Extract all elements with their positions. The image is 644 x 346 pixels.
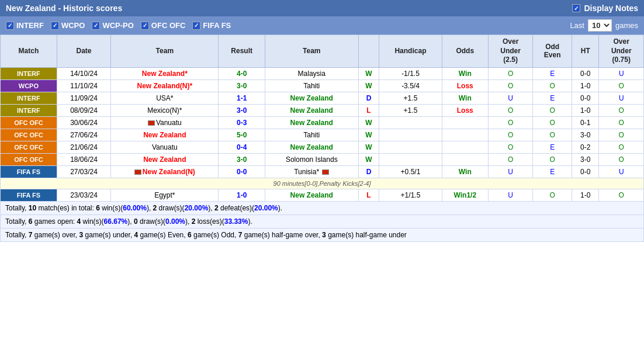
ht-cell: 1-0 — [572, 104, 599, 116]
handicap-cell: +1.5 — [379, 92, 442, 104]
team2-cell: Solomon Islands — [265, 153, 358, 165]
filter-wcpo[interactable]: ✓ WCPO — [51, 21, 85, 30]
oddeven-cell: E — [533, 67, 572, 79]
wcppo-checkbox[interactable]: ✓ — [92, 22, 100, 30]
match-type-cell: OFC OFC — [1, 116, 57, 129]
overunder075-cell: U — [599, 67, 644, 79]
wdl-cell: W — [358, 129, 379, 141]
result-cell: 3-0 — [219, 79, 265, 92]
table-row: INTERF08/09/24Mexico(N)*3-0New ZealandL+… — [1, 104, 644, 116]
overunder075-cell: O — [599, 116, 644, 129]
col-team1: Team — [111, 35, 219, 68]
summary-text-3: Totally, 7 game(s) over, 3 game(s) under… — [1, 228, 644, 241]
oddeven-cell: E — [533, 165, 572, 178]
ht-cell: 1-0 — [572, 189, 599, 201]
odds-cell: Win1/2 — [442, 189, 488, 201]
ht-cell: 1-0 — [572, 79, 599, 92]
match-type-cell: FIFA FS — [1, 189, 57, 201]
overunder25-cell: O — [488, 141, 532, 153]
interf-checkbox[interactable]: ✓ — [6, 22, 14, 30]
header: New Zealand - Historic scores ✓ Display … — [0, 0, 644, 16]
team1-cell: USA* — [111, 92, 219, 104]
wcpo-label: WCPO — [61, 21, 85, 30]
filter-interf[interactable]: ✓ INTERF — [6, 21, 44, 30]
col-date: Date — [57, 35, 110, 68]
games-label: games — [615, 21, 638, 30]
handicap-cell: -3.5/4 — [379, 79, 442, 92]
overunder25-cell: O — [488, 153, 532, 165]
ofcofc-checkbox[interactable]: ✓ — [141, 22, 149, 30]
result-cell: 0-0 — [219, 165, 265, 178]
overunder25-cell: O — [488, 67, 532, 79]
team1-cell: New Zealand(N) — [111, 165, 219, 178]
result-cell: 0-4 — [219, 141, 265, 153]
handicap-cell — [379, 153, 442, 165]
team1-cell: Vanuatu — [111, 116, 219, 129]
table-row: WCPO11/10/24New Zealand(N)*3-0TahitiW-3.… — [1, 79, 644, 92]
summary-row-2: Totally, 6 games open: 4 win(s)(66.67%),… — [1, 214, 644, 228]
match-type-cell: OFC OFC — [1, 129, 57, 141]
odds-cell: Loss — [442, 79, 488, 92]
match-type-cell: WCPO — [1, 79, 57, 92]
fifafs-checkbox[interactable]: ✓ — [192, 22, 200, 30]
odds-cell — [442, 153, 488, 165]
scores-table: Match Date Team Result Team Handicap Odd… — [0, 34, 644, 242]
result-cell: 0-3 — [219, 116, 265, 129]
display-notes-icon[interactable]: ✓ — [572, 4, 580, 12]
filter-fifafs[interactable]: ✓ FIFA FS — [192, 21, 231, 30]
team1-cell: New Zealand(N)* — [111, 79, 219, 92]
result-cell: 1-0 — [219, 189, 265, 201]
col-team2: Team — [265, 35, 358, 68]
date-cell: 27/03/24 — [57, 165, 110, 178]
col-overunder075: OverUnder(0.75) — [599, 35, 644, 68]
overunder075-cell: U — [599, 92, 644, 104]
col-wdl — [358, 35, 379, 68]
page-title: New Zealand - Historic scores — [6, 4, 122, 13]
result-cell: 5-0 — [219, 129, 265, 141]
odds-cell: Win — [442, 92, 488, 104]
wdl-cell: W — [358, 67, 379, 79]
team1-cell: New Zealand* — [111, 67, 219, 79]
team2-cell: New Zealand — [265, 116, 358, 129]
overunder075-cell: O — [599, 153, 644, 165]
extra-info-row: 90 minutes[0-0],Penalty Kicks[2-4] — [1, 178, 644, 189]
ofcofc-label: OFC OFC — [151, 21, 186, 30]
summary-text-2: Totally, 6 games open: 4 win(s)(66.67%),… — [1, 214, 644, 228]
match-type-cell: INTERF — [1, 67, 57, 79]
wcpo-checkbox[interactable]: ✓ — [51, 22, 59, 30]
ht-cell: 3-0 — [572, 153, 599, 165]
wdl-cell: W — [358, 141, 379, 153]
team2-cell: Tahiti — [265, 79, 358, 92]
oddeven-cell: O — [533, 129, 572, 141]
team2-cell: Tahiti — [265, 129, 358, 141]
odds-cell — [442, 116, 488, 129]
match-type-cell: INTERF — [1, 92, 57, 104]
handicap-cell: +0.5/1 — [379, 165, 442, 178]
display-notes-label: Display Notes — [584, 4, 638, 13]
summary-text-1: Totally, 10 match(es) in total: 6 win(s)… — [1, 201, 644, 214]
match-type-cell: FIFA FS — [1, 165, 57, 178]
date-cell: 14/10/24 — [57, 67, 110, 79]
fifafs-label: FIFA FS — [203, 21, 231, 30]
interf-label: INTERF — [16, 21, 44, 30]
overunder075-cell: O — [599, 104, 644, 116]
overunder075-cell: U — [599, 165, 644, 178]
overunder075-cell: O — [599, 141, 644, 153]
filter-bar: ✓ INTERF ✓ WCPO ✓ WCP-PO ✓ OFC OFC ✓ FIF… — [0, 16, 644, 34]
col-handicap: Handicap — [379, 35, 442, 68]
last-label: Last — [570, 21, 584, 30]
games-count-select[interactable]: 10 20 30 — [588, 19, 612, 32]
handicap-cell: -1/1.5 — [379, 67, 442, 79]
col-match: Match — [1, 35, 57, 68]
filter-wcppo[interactable]: ✓ WCP-PO — [92, 21, 133, 30]
wdl-cell: D — [358, 92, 379, 104]
summary-row-1: Totally, 10 match(es) in total: 6 win(s)… — [1, 201, 644, 214]
team2-cell: New Zealand — [265, 104, 358, 116]
filter-ofcofc[interactable]: ✓ OFC OFC — [141, 21, 186, 30]
date-cell: 23/03/24 — [57, 189, 110, 201]
oddeven-cell: O — [533, 116, 572, 129]
overunder25-cell: O — [488, 129, 532, 141]
handicap-cell — [379, 141, 442, 153]
team1-cell: New Zealand — [111, 153, 219, 165]
wdl-cell: L — [358, 104, 379, 116]
